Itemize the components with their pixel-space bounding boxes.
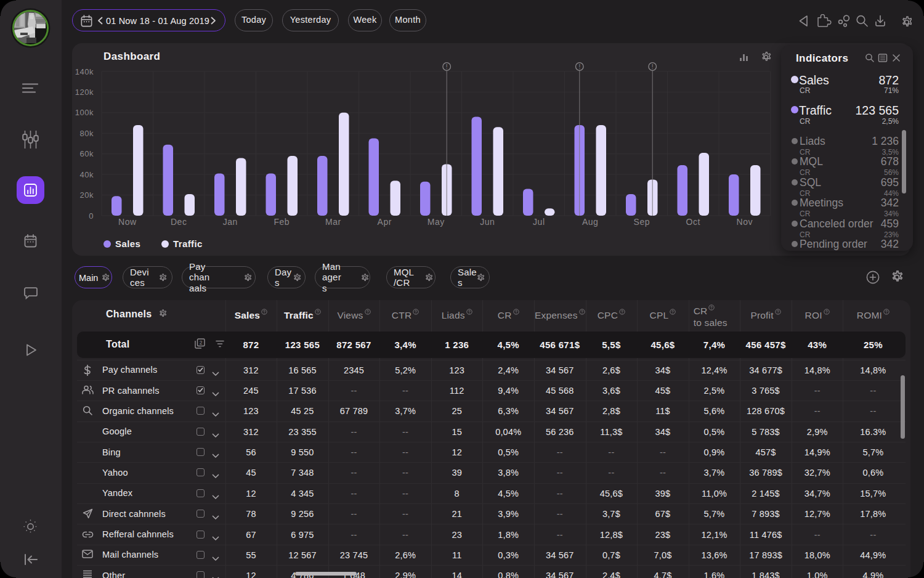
svg-text:Sep: Sep bbox=[634, 217, 650, 227]
svg-text:20k: 20k bbox=[80, 190, 94, 200]
svg-text:Sales: Sales bbox=[115, 238, 140, 249]
svg-text:Traffic: Traffic bbox=[173, 238, 203, 249]
svg-text:!: ! bbox=[652, 63, 654, 70]
svg-text:100k: 100k bbox=[75, 108, 94, 117]
svg-text:!: ! bbox=[446, 63, 448, 70]
svg-text:Apr: Apr bbox=[378, 217, 392, 227]
svg-text:120k: 120k bbox=[75, 88, 94, 97]
svg-text:Dec: Dec bbox=[171, 217, 187, 227]
svg-text:0: 0 bbox=[89, 211, 94, 221]
svg-text:!: ! bbox=[578, 63, 580, 70]
svg-text:60k: 60k bbox=[80, 149, 94, 158]
svg-text:Oct: Oct bbox=[686, 217, 700, 227]
svg-text:Mar: Mar bbox=[325, 217, 341, 227]
svg-text:Feb: Feb bbox=[274, 217, 290, 227]
svg-text:2: 2 bbox=[200, 340, 203, 346]
svg-text:Jul: Jul bbox=[533, 217, 545, 227]
svg-text:Now: Now bbox=[118, 217, 137, 227]
svg-text:Jan: Jan bbox=[223, 217, 238, 227]
svg-text:Jun: Jun bbox=[480, 217, 495, 227]
svg-text:Aug: Aug bbox=[582, 217, 598, 227]
svg-text:40k: 40k bbox=[80, 170, 94, 179]
svg-text:140k: 140k bbox=[75, 67, 94, 76]
svg-text:Nov: Nov bbox=[737, 217, 753, 227]
svg-text:80k: 80k bbox=[80, 129, 94, 138]
svg-text:May: May bbox=[428, 217, 445, 227]
